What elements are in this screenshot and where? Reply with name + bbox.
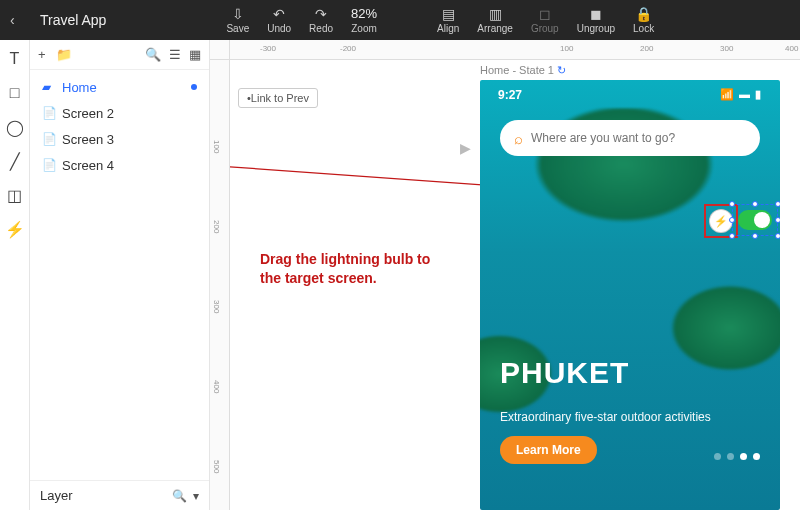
add-page-icon[interactable]: + bbox=[38, 47, 46, 62]
rect-tool-icon[interactable]: □ bbox=[6, 84, 24, 102]
search-icon: ⌕ bbox=[514, 130, 523, 147]
page-item-screen4[interactable]: 📄Screen 4 bbox=[30, 152, 209, 178]
ungroup-icon: ◼ bbox=[590, 7, 602, 21]
redo-button[interactable]: ↷Redo bbox=[309, 7, 333, 34]
canvas-area: -300 -200 100 200 300 400 100 200 300 40… bbox=[210, 40, 800, 510]
page-item-screen3[interactable]: 📄Screen 3 bbox=[30, 126, 209, 152]
app-title: Travel App bbox=[40, 12, 106, 28]
zoom-label: Zoom bbox=[351, 23, 377, 34]
ungroup-label: Ungroup bbox=[577, 23, 615, 34]
group-label: Group bbox=[531, 23, 559, 34]
hero-subtitle: Extraordinary five-star outdoor activiti… bbox=[500, 409, 740, 426]
lock-button[interactable]: 🔒Lock bbox=[633, 7, 654, 34]
arrange-label: Arrange bbox=[477, 23, 513, 34]
frame-label: Home - State 1↻ bbox=[480, 64, 566, 77]
folder-icon[interactable]: 📁 bbox=[56, 47, 72, 62]
page-label: Screen 2 bbox=[62, 106, 114, 121]
list-view-icon[interactable]: ☰ bbox=[169, 47, 181, 62]
ruler-vertical: 100 200 300 400 500 bbox=[210, 60, 230, 510]
rotate-handle-icon[interactable]: ↻ bbox=[778, 180, 780, 202]
page-icon: ▰ bbox=[42, 80, 54, 94]
layer-footer[interactable]: Layer 🔍▾ bbox=[30, 480, 209, 510]
align-icon: ▤ bbox=[442, 7, 455, 21]
canvas[interactable]: •Link to Prev Home - State 1↻ ▶ Drag the… bbox=[230, 60, 800, 510]
learn-more-button[interactable]: Learn More bbox=[500, 436, 597, 464]
zoom-control[interactable]: 82%Zoom bbox=[351, 6, 377, 34]
pages-panel-head: + 📁 🔍 ☰ ▦ bbox=[30, 40, 209, 70]
link-prev-label: Link to Prev bbox=[251, 92, 309, 104]
arrange-button[interactable]: ▥Arrange bbox=[477, 7, 513, 34]
save-icon: ⇩ bbox=[232, 7, 244, 21]
page-icon: 📄 bbox=[42, 158, 54, 172]
search-icon[interactable]: 🔍 bbox=[145, 47, 161, 62]
align-button[interactable]: ▤Align bbox=[437, 7, 459, 34]
lock-label: Lock bbox=[633, 23, 654, 34]
page-label: Home bbox=[62, 80, 97, 95]
search-input[interactable] bbox=[531, 131, 746, 145]
undo-label: Undo bbox=[267, 23, 291, 34]
page-label: Screen 3 bbox=[62, 132, 114, 147]
save-button[interactable]: ⇩Save bbox=[226, 7, 249, 34]
save-label: Save bbox=[226, 23, 249, 34]
zoom-value: 82% bbox=[351, 6, 377, 21]
status-bar: 9:27 📶 ▬ ▮ bbox=[480, 88, 780, 102]
hero-title: PHUKET bbox=[500, 356, 629, 390]
carousel-dots[interactable] bbox=[714, 453, 760, 460]
page-item-home[interactable]: ▰Home bbox=[30, 74, 209, 100]
arrange-icon: ▥ bbox=[489, 7, 502, 21]
frame-redo-icon[interactable]: ↻ bbox=[557, 64, 566, 76]
ruler-horizontal: -300 -200 100 200 300 400 bbox=[230, 40, 800, 60]
undo-icon: ↶ bbox=[273, 7, 285, 21]
app-topbar: ‹ Travel App ⇩Save ↶Undo ↷Redo 82%Zoom ▤… bbox=[0, 0, 800, 40]
phone-mock[interactable]: 9:27 📶 ▬ ▮ ⌕ ↻ ⚡ PHUKET Ext bbox=[480, 80, 780, 510]
page-item-screen2[interactable]: 📄Screen 2 bbox=[30, 100, 209, 126]
ellipse-tool-icon[interactable]: ◯ bbox=[6, 118, 24, 136]
image-tool-icon[interactable]: ◫ bbox=[6, 186, 24, 204]
pages-panel: + 📁 🔍 ☰ ▦ ▰Home 📄Screen 2 📄Screen 3 📄Scr… bbox=[30, 40, 210, 510]
undo-button[interactable]: ↶Undo bbox=[267, 7, 291, 34]
ungroup-button[interactable]: ◼Ungroup bbox=[577, 7, 615, 34]
layer-search-icon[interactable]: 🔍 bbox=[172, 489, 187, 503]
toggle-switch[interactable] bbox=[738, 210, 772, 230]
page-icon: 📄 bbox=[42, 132, 54, 146]
layer-label: Layer bbox=[40, 488, 73, 503]
back-icon[interactable]: ‹ bbox=[10, 12, 26, 28]
align-label: Align bbox=[437, 23, 459, 34]
pages-list: ▰Home 📄Screen 2 📄Screen 3 📄Screen 4 bbox=[30, 70, 209, 480]
ruler-corner bbox=[210, 40, 230, 60]
redo-label: Redo bbox=[309, 23, 333, 34]
interaction-tool-icon[interactable]: ⚡ bbox=[6, 220, 24, 238]
page-label: Screen 4 bbox=[62, 158, 114, 173]
tool-strip: T □ ◯ ╱ ◫ ⚡ bbox=[0, 40, 30, 510]
status-icons: 📶 ▬ ▮ bbox=[720, 88, 762, 102]
chevron-down-icon[interactable]: ▾ bbox=[193, 489, 199, 503]
search-bar[interactable]: ⌕ bbox=[500, 120, 760, 156]
group-button: ◻Group bbox=[531, 7, 559, 34]
page-icon: 📄 bbox=[42, 106, 54, 120]
text-tool-icon[interactable]: T bbox=[6, 50, 24, 68]
grid-view-icon[interactable]: ▦ bbox=[189, 47, 201, 62]
link-to-prev-button[interactable]: •Link to Prev bbox=[238, 88, 318, 108]
group-icon: ◻ bbox=[539, 7, 551, 21]
bg-island bbox=[640, 280, 780, 400]
status-time: 9:27 bbox=[498, 88, 522, 102]
redo-icon: ↷ bbox=[315, 7, 327, 21]
lock-icon: 🔒 bbox=[635, 7, 652, 21]
connector-caret-icon: ▶ bbox=[460, 140, 471, 156]
annotation-text: Drag the lightning bulb to the target sc… bbox=[260, 250, 450, 288]
line-tool-icon[interactable]: ╱ bbox=[6, 152, 24, 170]
